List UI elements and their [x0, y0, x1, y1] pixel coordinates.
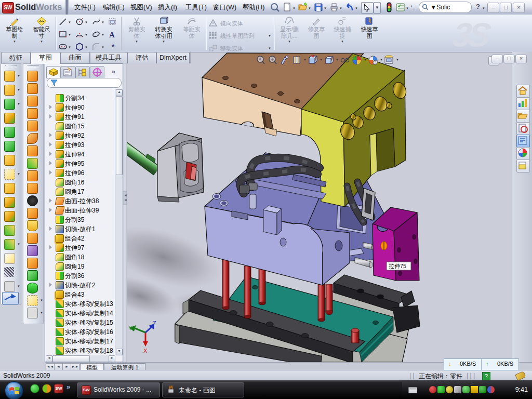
svg-text:*: * — [112, 43, 115, 51]
svg-text:◄: ◄ — [124, 198, 127, 202]
svg-text:Z: Z — [153, 320, 156, 326]
svg-text:◄: ◄ — [124, 193, 127, 197]
svg-text:Y: Y — [128, 325, 132, 331]
svg-text:X: X — [143, 348, 148, 354]
svg-text:拉伸75: 拉伸75 — [389, 263, 406, 269]
svg-text:A: A — [109, 31, 115, 38]
